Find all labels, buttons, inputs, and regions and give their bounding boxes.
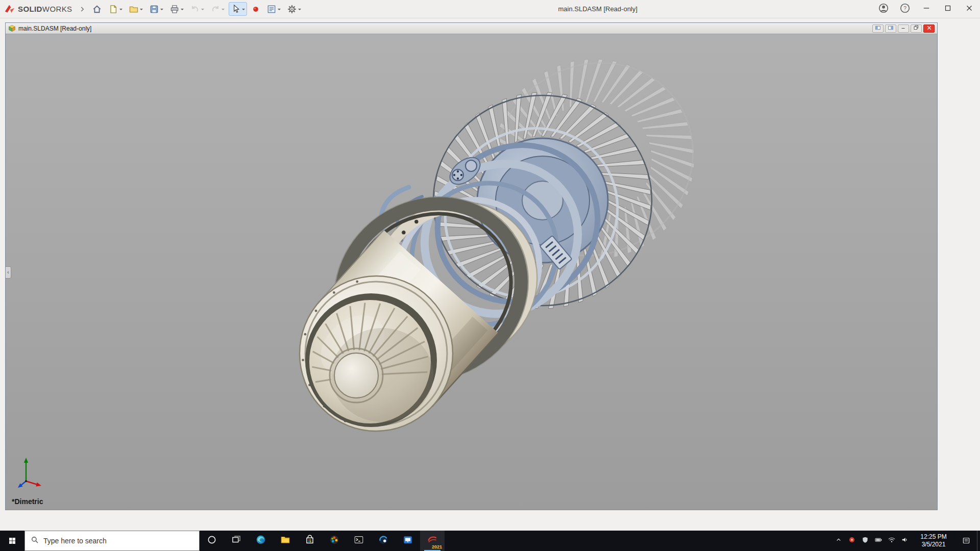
account-button[interactable] [873, 0, 894, 18]
taskbar-search[interactable] [24, 531, 200, 551]
tile-right-pane-button[interactable] [885, 24, 896, 33]
tray-volume-button[interactable] [898, 531, 912, 551]
solidworks-logo-icon [4, 4, 15, 15]
red-sphere-tool-button[interactable] [249, 2, 262, 16]
taskbar-terminal-button[interactable] [347, 531, 371, 551]
clock-time: 12:25 PM [912, 533, 955, 541]
windows-taskbar: 2021 12:25 PM 3/5/2021 [0, 531, 980, 551]
document-titlebar[interactable]: main.SLDASM [Read-only] [6, 23, 937, 34]
task-view-icon [231, 535, 241, 547]
start-button[interactable] [0, 531, 24, 551]
minimize-document-icon [900, 24, 907, 32]
options-button[interactable] [285, 2, 303, 16]
taskbar-clock[interactable]: 12:25 PM 3/5/2021 [912, 531, 955, 551]
hidden-icons-chevron-icon [835, 536, 843, 546]
save-button[interactable] [147, 2, 165, 16]
app-titlebar: SOLIDWORKS main.SLDASM [Read-only] ? [0, 0, 980, 18]
print-button[interactable] [167, 2, 186, 16]
taskbar-task-view-button[interactable] [224, 531, 249, 551]
home-button[interactable] [90, 2, 104, 16]
dropdown-caret-icon[interactable] [201, 9, 204, 12]
tray-security-shield-button[interactable] [859, 531, 872, 551]
minimize-window-icon [922, 4, 931, 15]
view-orientation-label: *Dimetric [12, 497, 43, 506]
minimize-window-button[interactable] [916, 0, 937, 18]
dropdown-caret-icon[interactable] [160, 9, 163, 12]
taskbar-file-explorer-button[interactable] [273, 531, 298, 551]
help-button[interactable]: ? [894, 0, 916, 18]
solidworks-logo[interactable]: SOLIDWORKS [4, 4, 76, 15]
document-title: main.SLDASM [Read-only] [18, 25, 91, 32]
restore-document-button[interactable] [911, 24, 922, 33]
engine-assembly-model[interactable] [6, 34, 937, 510]
taskbar-microsoft-store-button[interactable] [298, 531, 322, 551]
cortana-icon [207, 535, 217, 547]
network-icon [888, 536, 896, 546]
help-icon: ? [899, 3, 911, 16]
taskbar-solidworks-2021-button[interactable]: 2021 [420, 531, 445, 551]
chevron-right-icon [79, 6, 86, 13]
panel-collapse-tab[interactable]: ‹ [6, 266, 11, 279]
tile-right-pane-icon [887, 24, 895, 33]
edge-browser-icon [255, 534, 266, 547]
options-icon [287, 4, 297, 14]
action-center-button[interactable] [955, 531, 977, 551]
workarea: main.SLDASM [Read-only] ‹ [0, 18, 980, 531]
dropdown-caret-icon[interactable] [298, 9, 301, 12]
tile-left-pane-icon [874, 24, 882, 33]
save-icon [149, 4, 159, 14]
window-title: main.SLDASM [Read-only] [558, 0, 638, 18]
maximize-window-button[interactable] [937, 0, 959, 18]
dropdown-caret-icon[interactable] [181, 9, 184, 12]
redo-button[interactable] [208, 2, 227, 16]
close-document-icon [926, 25, 933, 32]
close-window-icon [965, 4, 974, 15]
terminal-icon [353, 534, 364, 547]
close-window-button[interactable] [959, 0, 980, 18]
taskbar-spacer [445, 531, 832, 551]
dropdown-caret-icon[interactable] [278, 9, 281, 12]
new-document-button[interactable] [106, 2, 125, 16]
dropdown-caret-icon[interactable] [119, 9, 122, 12]
taskbar-cortana-button[interactable] [200, 531, 224, 551]
tile-left-pane-button[interactable] [872, 24, 884, 33]
open-document-button[interactable] [127, 2, 145, 16]
home-icon [92, 4, 102, 14]
minimize-document-button[interactable] [898, 24, 909, 33]
tray-battery-button[interactable] [872, 531, 885, 551]
dropdown-caret-icon[interactable] [242, 9, 245, 12]
red-sphere-tool-icon [251, 5, 260, 14]
file-properties-button[interactable] [264, 2, 283, 16]
show-desktop-button[interactable] [977, 531, 980, 551]
file-properties-icon [266, 4, 277, 14]
app-badge-label: 2021 [432, 544, 442, 549]
dropdown-caret-icon[interactable] [222, 9, 225, 12]
tray-tray-red-app-button[interactable] [845, 531, 859, 551]
document-window: main.SLDASM [Read-only] ‹ [5, 22, 938, 510]
search-input[interactable] [43, 537, 194, 545]
3d-viewport[interactable]: ‹ *Dimetric [6, 34, 937, 510]
microsoft-store-icon [304, 534, 315, 547]
titlebar-controls: ? [873, 0, 980, 18]
display-app-icon [402, 534, 413, 547]
close-document-button[interactable] [923, 24, 935, 33]
undo-button[interactable] [188, 2, 206, 16]
orientation-triad [16, 456, 44, 491]
maximize-window-icon [943, 4, 952, 15]
taskbar-edge-browser-button[interactable] [249, 531, 273, 551]
tray-hidden-icons-chevron-button[interactable] [832, 531, 845, 551]
security-shield-icon [861, 536, 869, 546]
taskbar-round-blue-app-button[interactable] [371, 531, 396, 551]
dropdown-caret-icon[interactable] [140, 9, 143, 12]
print-icon [169, 4, 180, 14]
open-document-icon [129, 4, 139, 14]
quick-access-toolbar [89, 2, 304, 16]
windows-logo-icon [8, 536, 17, 545]
select-button[interactable] [229, 2, 247, 16]
taskbar-display-app-button[interactable] [396, 531, 420, 551]
redo-icon [210, 4, 220, 14]
colorful-app-icon [329, 534, 340, 547]
taskbar-colorful-app-button[interactable] [322, 531, 347, 551]
expand-toolbar-arrow[interactable] [76, 6, 89, 13]
tray-network-button[interactable] [885, 531, 898, 551]
